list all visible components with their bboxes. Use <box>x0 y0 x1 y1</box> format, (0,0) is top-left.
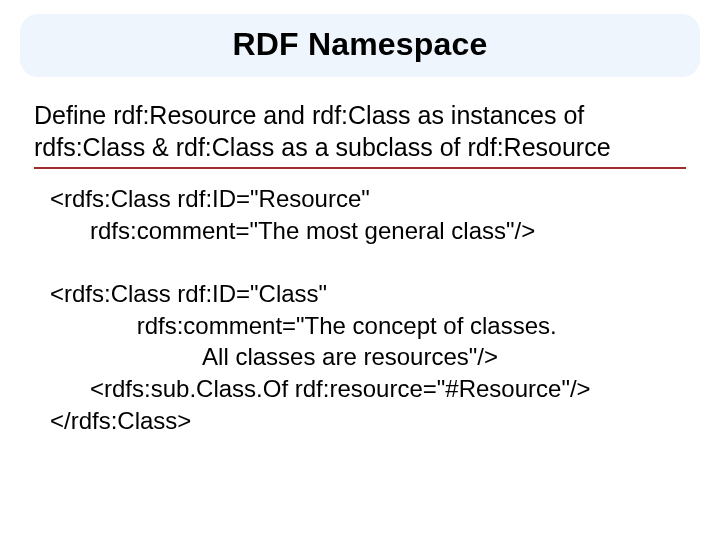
intro-text: Define rdf:Resource and rdf:Class as ins… <box>34 99 686 169</box>
code-line: <rdfs:Class rdf:ID="Resource" <box>50 185 370 212</box>
intro-line-2: rdfs:Class & rdf:Class as a subclass of … <box>34 133 611 161</box>
code-line: All classes are resources"/> <box>50 343 498 370</box>
slide-title: RDF Namespace <box>30 26 690 63</box>
title-bar: RDF Namespace <box>20 14 700 77</box>
code-line: </rdfs:Class> <box>50 407 191 434</box>
code-line: <rdfs:sub.Class.Of rdf:resource="#Resour… <box>50 375 591 402</box>
slide: RDF Namespace Define rdf:Resource and rd… <box>0 14 720 540</box>
code-line: <rdfs:Class rdf:ID="Class" <box>50 280 327 307</box>
intro-line-1: Define rdf:Resource and rdf:Class as ins… <box>34 101 584 129</box>
code-block: <rdfs:Class rdf:ID="Resource" rdfs:comme… <box>50 183 686 436</box>
code-line: rdfs:comment="The concept of classes. <box>50 312 557 339</box>
code-line: rdfs:comment="The most general class"/> <box>50 217 535 244</box>
